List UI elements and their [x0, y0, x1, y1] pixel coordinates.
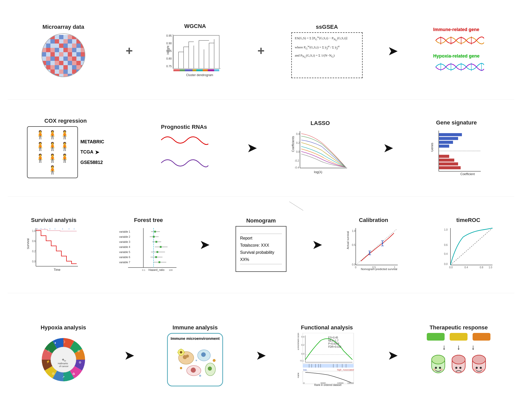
svg-rect-211 — [159, 261, 160, 263]
svg-rect-163 — [439, 133, 462, 136]
svg-rect-14 — [55, 39, 59, 44]
svg-text:0.4: 0.4 — [444, 253, 448, 255]
svg-rect-64 — [55, 61, 59, 65]
svg-rect-54 — [55, 57, 59, 61]
svg-rect-82 — [46, 69, 50, 74]
svg-rect-62 — [46, 61, 50, 65]
hypoxia-wheel: + ∞ ☽ ⊘ ⚙ ♻ ↗ ◎ ⚡ △ ♦ Hallmarks of cance… — [37, 333, 90, 386]
microarray-section: Microarray data — [8, 5, 119, 97]
gene-sig-chart: Coefficient Genes — [431, 128, 482, 176]
svg-text:0.6: 0.6 — [444, 244, 448, 246]
immune-section: Immune analysis Immune microenvironment — [140, 296, 251, 415]
svg-text:Nomogram predicted survival: Nomogram predicted survival — [361, 268, 397, 271]
arrow2-r2: ➤ — [381, 142, 396, 154]
dna-group: Immune-related gene — [433, 27, 484, 75]
svg-text:⚙: ⚙ — [79, 361, 81, 364]
svg-text:0.0: 0.0 — [301, 353, 305, 355]
svg-text:high_Associated: high_Associated — [337, 369, 354, 371]
svg-rect-49 — [76, 52, 81, 57]
svg-point-316 — [433, 369, 436, 371]
svg-text:Actual survival: Actual survival — [347, 231, 349, 249]
nomogram-line3: Survival probability — [240, 250, 282, 255]
therapy-top-row — [427, 333, 490, 341]
person4: 🧍 — [35, 142, 45, 151]
down-arrow3: ↓ — [471, 343, 475, 351]
svg-rect-92 — [46, 74, 50, 78]
immune-title: Immune analysis — [173, 324, 218, 331]
svg-point-270 — [180, 367, 182, 369]
svg-rect-207 — [157, 251, 158, 253]
svg-text:NES=1.7: NES=1.7 — [328, 339, 339, 342]
svg-text:0: 0 — [303, 382, 305, 384]
svg-rect-25 — [59, 44, 63, 48]
prog-rna-waves — [159, 132, 210, 172]
svg-point-265 — [201, 352, 206, 357]
svg-rect-87 — [68, 69, 72, 74]
survival-section: Survival analysis Survival Time — [8, 199, 100, 291]
therapy-title: Therapeutic response — [430, 324, 488, 331]
svg-text:15000: 15000 — [347, 382, 354, 384]
svg-text:0.90: 0.90 — [166, 42, 172, 45]
svg-rect-73 — [50, 65, 55, 69]
therapy-arrows: ↓ ↓ ↓ — [442, 343, 475, 351]
svg-text:variable 5: variable 5 — [119, 251, 130, 254]
dataset-tcga: TCGA ➤ — [80, 149, 104, 155]
svg-rect-43 — [50, 52, 55, 57]
svg-text:Time: Time — [54, 268, 61, 272]
hypoxia-title: Hypoxia analysis — [40, 324, 86, 331]
dataset-metabric-label: METABRIC — [80, 139, 104, 145]
svg-rect-77 — [68, 65, 72, 69]
nomogram-line4: XX% — [240, 257, 282, 264]
svg-rect-84 — [55, 69, 59, 74]
ssgsea-title: ssGSEA — [316, 24, 338, 30]
formula-box: ES(G,S) = Σ [PGw(G,S,i) − PNG(G,S,i)] wh… — [291, 32, 363, 78]
svg-point-325 — [480, 367, 482, 369]
svg-rect-10 — [81, 35, 85, 39]
svg-rect-53 — [50, 57, 55, 61]
svg-text:0.80: 0.80 — [166, 57, 172, 60]
svg-rect-34 — [55, 48, 59, 52]
genes-section: Immune-related gene — [403, 5, 515, 97]
tcga-arrow-icon: ➤ — [95, 149, 99, 155]
svg-rect-33 — [50, 48, 55, 52]
therapy-section: Therapeutic response ↓ ↓ ↓ — [403, 296, 515, 415]
person5: 🧍 — [47, 142, 58, 151]
svg-rect-170 — [439, 166, 461, 169]
person10: 🧍 — [47, 165, 58, 175]
capsule3 — [471, 354, 487, 377]
arrow1-r2: ➤ — [244, 142, 260, 154]
svg-rect-23 — [50, 44, 55, 48]
row1: Microarray data — [8, 5, 514, 97]
svg-rect-63 — [50, 61, 55, 65]
svg-rect-199 — [154, 231, 156, 232]
prog-rna-title: Prognostic RNAs — [161, 124, 207, 130]
svg-text:10000: 10000 — [337, 382, 344, 384]
svg-text:◎: ◎ — [52, 372, 54, 375]
svg-rect-78 — [72, 65, 76, 69]
pill-orange — [473, 333, 490, 341]
svg-text:0: 0 — [355, 266, 356, 269]
svg-point-273 — [199, 375, 201, 377]
svg-text:0.95: 0.95 — [166, 34, 172, 37]
person2: 🧍 — [47, 130, 58, 139]
wgcna-section: WGCNA 0.95 0.90 0.85 0.80 0.75 Height — [140, 5, 251, 97]
svg-rect-29 — [76, 44, 81, 48]
svg-text:0.5: 0.5 — [372, 266, 376, 269]
capsule1 — [430, 354, 446, 377]
svg-rect-131 — [208, 69, 214, 71]
svg-rect-50 — [81, 52, 85, 57]
arrow2-r3-icon: ➤ — [312, 238, 323, 251]
svg-point-262 — [186, 355, 189, 358]
timeroc-plot: 1.0 0.6 0.4 0.0 0.0 0.4 0.8 1.0 — [443, 226, 494, 273]
therapy-box: ↓ ↓ ↓ — [431, 333, 487, 386]
hypoxia-gene-group: Hypoxia-related gene — [433, 53, 484, 75]
gene-sig-title: Gene signature — [436, 119, 477, 126]
svg-text:0.2: 0.2 — [32, 250, 36, 253]
row2: COX regression 🧍 🧍 🧍 🧍 🧍 🧍 🧍 🧍 🧍 🧍 — [8, 102, 514, 194]
svg-rect-201 — [153, 236, 155, 237]
immune-subtitle: Immune microenvironment — [171, 336, 220, 341]
svg-rect-93 — [50, 74, 55, 78]
svg-text:0.4: 0.4 — [464, 266, 468, 269]
svg-rect-319 — [452, 355, 465, 364]
svg-rect-52 — [46, 57, 50, 61]
